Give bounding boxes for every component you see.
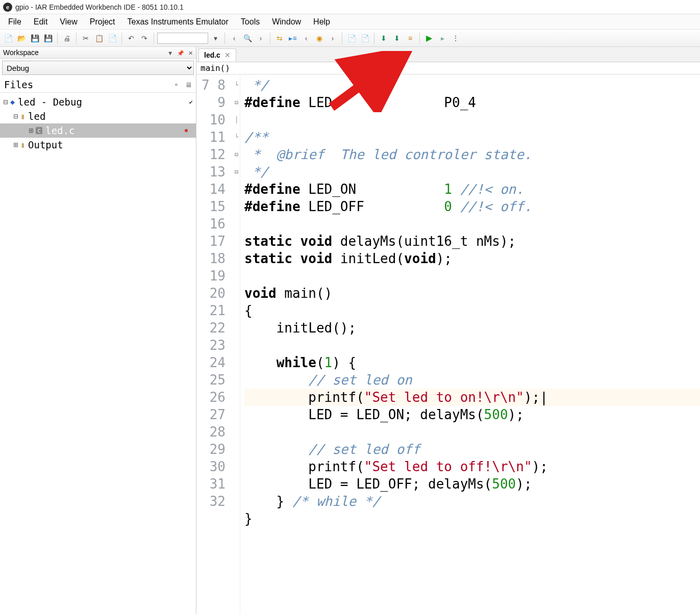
dropdown-icon[interactable]: ▼	[167, 50, 173, 56]
menu-project[interactable]: Project	[84, 15, 121, 29]
menu-view[interactable]: View	[54, 15, 83, 29]
compile-button[interactable]: 📄	[345, 32, 358, 44]
close-icon[interactable]: ✕	[188, 50, 193, 56]
next-bookmark-button[interactable]: ▸≡	[287, 32, 299, 44]
menu-edit[interactable]: Edit	[28, 15, 54, 29]
new-file-button[interactable]: 📄	[2, 32, 14, 44]
col-icon: ⚬	[173, 81, 179, 89]
window-title: gpio - IAR Embedded Workbench IDE - 8051…	[15, 3, 184, 11]
separator	[154, 33, 154, 44]
separator	[121, 33, 122, 44]
tree-folder-led[interactable]: ⊟ ▮ led	[0, 109, 196, 123]
redo-button[interactable]: ↷	[138, 32, 151, 44]
menu-window[interactable]: Window	[266, 15, 307, 29]
step-button[interactable]: ▸	[436, 32, 448, 44]
fold-column[interactable]: └ ⊟ │ └ ⊟ ⊟	[233, 74, 240, 614]
next-button[interactable]: ›	[327, 32, 339, 44]
find-button[interactable]: 🔍	[241, 32, 254, 44]
config-select[interactable]: Debug	[2, 61, 194, 75]
expand-icon[interactable]: ⊞	[28, 127, 35, 134]
tree-folder-output[interactable]: ⊞ ▮ Output	[0, 138, 196, 152]
separator	[270, 33, 270, 44]
print-button[interactable]: 🖨	[61, 32, 73, 44]
workspace-header: Workspace ▼ 📌 ✕	[0, 47, 196, 59]
go-button[interactable]: ▶	[423, 32, 435, 44]
collapse-icon[interactable]: ⊟	[2, 98, 9, 106]
modified-dot-icon	[185, 129, 188, 132]
col-icon: 🖥	[185, 81, 192, 89]
file-tree[interactable]: ⊟ ◆ led - Debug ✔ ⊟ ▮ led ⊞ c led.c ⊞ ▮ …	[0, 93, 196, 154]
undo-button[interactable]: ↶	[125, 32, 137, 44]
separator	[57, 33, 58, 44]
tree-label: led	[28, 111, 45, 122]
cut-button[interactable]: ✂	[80, 32, 92, 44]
nav-fwd-button[interactable]: ›	[255, 32, 267, 44]
menu-bar: FileEditViewProjectTexas Instruments Emu…	[0, 14, 700, 30]
tab-strip: led.c ✕	[196, 47, 700, 62]
tree-project-root[interactable]: ⊟ ◆ led - Debug ✔	[0, 95, 196, 109]
separator	[419, 33, 420, 44]
app-icon: e	[3, 3, 12, 12]
line-gutter: 7 8 9 10 11 12 13 14 15 16 17 18 19 20 2…	[196, 74, 233, 614]
separator	[76, 33, 77, 44]
nav-back-button[interactable]: ‹	[228, 32, 240, 44]
tab-led-c[interactable]: led.c ✕	[198, 48, 236, 62]
folder-icon: ▮	[20, 112, 25, 121]
breakpoint-button[interactable]: ◉	[313, 32, 326, 44]
menu-texas-instruments-emulator[interactable]: Texas Instruments Emulator	[121, 15, 235, 29]
separator	[342, 33, 342, 44]
title-bar: e gpio - IAR Embedded Workbench IDE - 80…	[0, 0, 700, 14]
c-file-icon: c	[36, 127, 42, 134]
prev-bookmark-button[interactable]: ‹	[300, 32, 312, 44]
separator	[374, 33, 374, 44]
check-icon: ✔	[189, 98, 193, 106]
stop-debug-button[interactable]: ≡	[404, 32, 416, 44]
toolbar: 📄 📂 💾 💾 🖨 ✂ 📋 📄 ↶ ↷ ▾ ‹ 🔍 › ⇆ ▸≡ ‹ ◉ › 📄…	[0, 30, 700, 47]
tree-file-led-c[interactable]: ⊞ c led.c	[0, 123, 196, 138]
dropdown-icon[interactable]: ▾	[209, 32, 221, 44]
code-area[interactable]: 7 8 9 10 11 12 13 14 15 16 17 18 19 20 2…	[196, 74, 700, 614]
toolbar-overflow-button[interactable]: ⋮	[449, 32, 462, 44]
copy-button[interactable]: 📋	[93, 32, 105, 44]
folder-icon: ▮	[20, 140, 25, 149]
code-text[interactable]: */ #define LED P0_4 /** * @brief The led…	[240, 74, 700, 614]
workspace-panel: Workspace ▼ 📌 ✕ Debug Files ⚬ 🖥 ⊟ ◆ led …	[0, 47, 196, 614]
save-button[interactable]: 💾	[29, 32, 41, 44]
menu-tools[interactable]: Tools	[235, 15, 266, 29]
collapse-icon[interactable]: ⊟	[12, 113, 19, 120]
editor-panel: led.c ✕ main() 7 8 9 10 11 12 13 14 15 1…	[196, 47, 700, 614]
toggle-bookmark-button[interactable]: ⇆	[273, 32, 286, 44]
make-button[interactable]: 📄	[359, 32, 371, 44]
files-header: Files ⚬ 🖥	[0, 77, 196, 93]
find-combo[interactable]	[157, 33, 208, 44]
pin-icon[interactable]: 📌	[177, 50, 184, 56]
expand-icon[interactable]: ⊞	[12, 141, 19, 148]
menu-file[interactable]: File	[2, 15, 28, 29]
open-file-button[interactable]: 📂	[15, 32, 28, 44]
menu-help[interactable]: Help	[307, 15, 336, 29]
workspace-title: Workspace	[3, 48, 39, 57]
download-button[interactable]: ⬇	[378, 32, 390, 44]
download-debug-button[interactable]: ⬇	[391, 32, 403, 44]
close-icon[interactable]: ✕	[224, 51, 231, 59]
function-bar[interactable]: main()	[196, 62, 700, 74]
paste-button[interactable]: 📄	[106, 32, 118, 44]
project-icon: ◆	[10, 97, 15, 107]
tree-label: led - Debug	[18, 96, 82, 108]
save-all-button[interactable]: 💾	[42, 32, 54, 44]
files-label: Files	[4, 79, 33, 90]
tree-label: Output	[28, 139, 63, 150]
tree-label: led.c	[45, 125, 74, 136]
tab-label: led.c	[204, 51, 220, 59]
separator	[224, 33, 225, 44]
